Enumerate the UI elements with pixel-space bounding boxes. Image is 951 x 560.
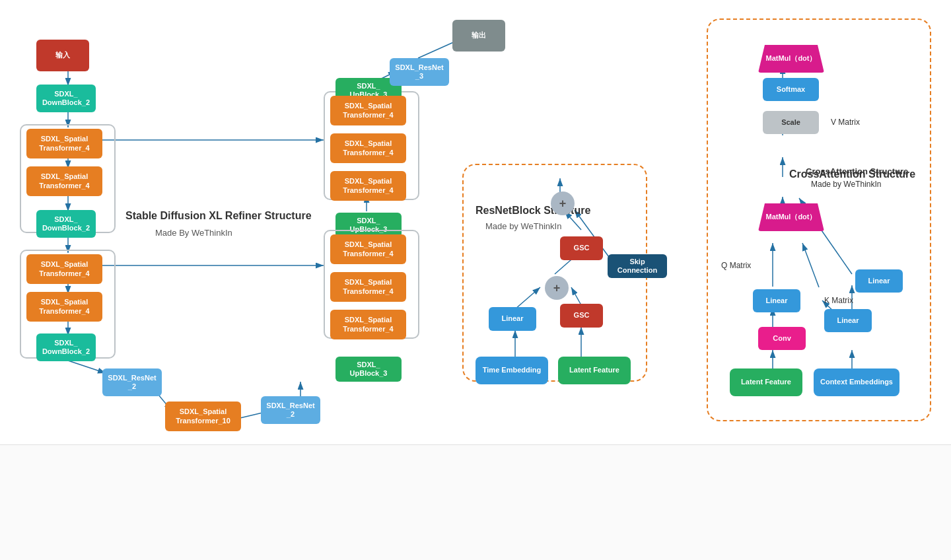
output-node: 输出 bbox=[452, 20, 505, 52]
resnet2-1: SDXL_ResNet_2 bbox=[102, 368, 162, 396]
up-spatial4-4: SDXL_SpatialTransformer_4 bbox=[330, 234, 406, 264]
time-embedding: Time Embedding bbox=[476, 357, 548, 384]
input-node: 输入 bbox=[36, 40, 89, 71]
scale: Scale bbox=[763, 111, 819, 134]
latent-feature-resnet: Latent Feature bbox=[558, 357, 631, 384]
cross-attn-subtitle-label: Made by WeThinkIn bbox=[811, 180, 882, 189]
plus-circle-bottom: + bbox=[545, 276, 569, 300]
svg-line-10 bbox=[68, 361, 106, 373]
linear-q: Linear bbox=[753, 289, 800, 312]
linear-resnet: Linear bbox=[489, 307, 536, 331]
v-matrix-label: V Matrix bbox=[831, 118, 860, 127]
downblock2-3: SDXL_DownBlock_2 bbox=[36, 333, 96, 361]
up-spatial4-2: SDXL_SpatialTransformer_4 bbox=[330, 133, 406, 163]
softmax: Softmax bbox=[763, 78, 819, 101]
resnet2-2: SDXL_ResNet_2 bbox=[261, 396, 320, 424]
context-embeddings: Context Embeddings bbox=[814, 368, 899, 396]
legend-area: SDXL_SpatialTransformer_X = GroupNorm Li… bbox=[0, 444, 951, 560]
spatial4-1: SDXL_SpatialTransformer_4 bbox=[26, 129, 102, 158]
plus-circle-top: + bbox=[551, 192, 575, 215]
cross-attn-title-label: CrossAttention Structure bbox=[806, 166, 908, 176]
q-matrix-label: Q Matrix bbox=[721, 261, 751, 270]
gsc-top: GSC bbox=[560, 236, 603, 260]
matmul2: MatMul（dot） bbox=[758, 45, 824, 73]
k-matrix-label: K Matrix bbox=[824, 296, 853, 305]
linear-v: Linear bbox=[855, 269, 903, 293]
up-spatial4-5: SDXL_SpatialTransformer_4 bbox=[330, 272, 406, 302]
matmul1: MatMul（dot） bbox=[758, 203, 824, 231]
main-section-title: Stable Diffusion XL Refiner Structure bbox=[125, 210, 312, 222]
gsc-bottom: GSC bbox=[560, 304, 603, 328]
up-spatial4-3: SDXL_SpatialTransformer_4 bbox=[330, 171, 406, 201]
resnet3: SDXL_ResNet_3 bbox=[390, 58, 449, 86]
main-canvas: 输入 SDXL_DownBlock_2 SDXL_SpatialTransfor… bbox=[0, 0, 951, 560]
latent-feature-cross: Latent Feature bbox=[730, 368, 802, 396]
main-section-subtitle: Made By WeThinkIn bbox=[155, 228, 232, 238]
skip-connection: Skip Connection bbox=[608, 254, 667, 278]
downblock2-2: SDXL_DownBlock_2 bbox=[36, 210, 96, 238]
downblock2-1: SDXL_DownBlock_2 bbox=[36, 85, 96, 112]
up-spatial4-1: SDXL_SpatialTransformer_4 bbox=[330, 96, 406, 125]
spatial4-3: SDXL_SpatialTransformer_4 bbox=[26, 254, 102, 284]
upblock3-bot: SDXL_UpBlock_3 bbox=[335, 357, 402, 382]
conv: Conv bbox=[758, 327, 806, 350]
up-spatial4-6: SDXL_SpatialTransformer_4 bbox=[330, 310, 406, 339]
spatial10: SDXL_SpatialTransformer_10 bbox=[165, 402, 241, 431]
linear-k: Linear bbox=[824, 309, 872, 332]
spatial4-2: SDXL_SpatialTransformer_4 bbox=[26, 166, 102, 196]
resnet-subtitle: Made by WeThinkIn bbox=[485, 221, 561, 231]
spatial4-4: SDXL_SpatialTransformer_4 bbox=[26, 292, 102, 322]
